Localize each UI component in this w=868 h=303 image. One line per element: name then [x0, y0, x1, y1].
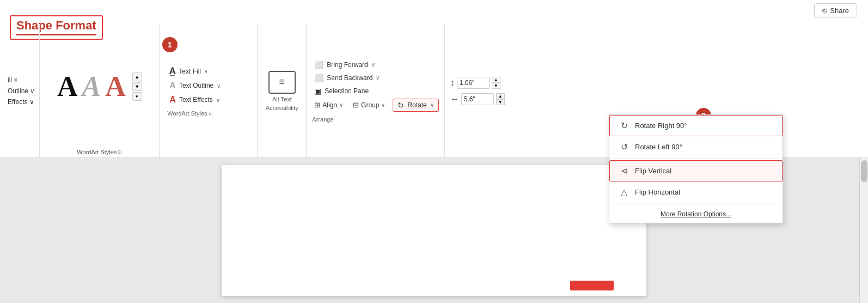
- rotate-button[interactable]: ↻ Rotate ∨: [393, 99, 438, 112]
- rotate-left-label: Rotate Left 90°: [635, 143, 682, 151]
- text-styles-label-area: WordArt Styles ⊡: [167, 110, 249, 117]
- flip-vertical-label: Flip Vertical: [635, 167, 671, 175]
- text-styles-expand-icon[interactable]: ⊡: [209, 111, 213, 116]
- width-input[interactable]: [461, 93, 494, 105]
- scrollbar[interactable]: [859, 158, 868, 303]
- canvas-white: [222, 165, 646, 296]
- text-outline-arrow: ∨: [217, 83, 221, 89]
- rotate-right-label: Rotate Right 90°: [635, 122, 687, 130]
- selection-pane-icon: ▣: [314, 87, 321, 95]
- flip-vertical-icon: ⊲: [619, 166, 629, 176]
- flip-vertical-item[interactable]: ⊲ Flip Vertical: [609, 160, 783, 181]
- send-backward-arrow: ∨: [376, 75, 380, 81]
- flip-horizontal-item[interactable]: △ Flip Horizontal: [609, 181, 783, 203]
- text-effects-arrow: ∨: [216, 97, 220, 103]
- align-label: Align: [322, 101, 337, 109]
- wordart-letter-black[interactable]: A: [57, 70, 78, 102]
- wordart-expand-icon[interactable]: ⊡: [118, 149, 122, 155]
- effects-item[interactable]: Effects ∨: [8, 98, 35, 106]
- section-arrange: ⬜ Bring Forward ∨ ⬜ Send Backward ∨ ▣ Se…: [307, 24, 444, 157]
- accessibility-section-label: Accessibility: [266, 105, 298, 111]
- text-outline-row[interactable]: A Text Outline ∨: [167, 80, 249, 92]
- height-icon: ↕: [450, 78, 455, 88]
- height-up-arrow[interactable]: ▲: [492, 77, 500, 83]
- section-wordart: A A A ▲ ▼ ▾ WordArt Styles ⊡: [40, 24, 160, 157]
- bring-forward-row[interactable]: ⬜ Bring Forward ∨: [312, 59, 438, 70]
- text-outline-icon: A: [169, 81, 176, 90]
- scrollbar-thumb[interactable]: [861, 160, 867, 182]
- group-icon: ⊟: [353, 101, 359, 109]
- width-icon: ↔: [450, 94, 459, 104]
- height-spinner[interactable]: ▲ ▼: [492, 77, 500, 89]
- share-button[interactable]: ⎋ Share: [814, 3, 857, 17]
- wordart-letter-orange[interactable]: A: [105, 70, 126, 102]
- text-effects-icon: A: [169, 95, 176, 105]
- flip-horizontal-label: Flip Horizontal: [635, 188, 680, 196]
- outline-label: Outline ∨: [8, 87, 35, 95]
- outline-item[interactable]: Outline ∨: [8, 87, 35, 95]
- ill-item[interactable]: ill ×: [8, 76, 35, 84]
- alt-text-label: Alt Text: [272, 96, 292, 102]
- dropdown-divider-1: [609, 159, 783, 159]
- wordart-letter-gray[interactable]: A: [82, 70, 101, 102]
- section-left: ill × Outline ∨ Effects ∨: [0, 24, 40, 157]
- text-fill-arrow: ∨: [204, 68, 208, 74]
- rotate-left-icon: ↺: [619, 142, 629, 152]
- rotate-right-icon: ↻: [619, 120, 629, 131]
- wordart-letters: A A A ▲ ▼ ▾: [57, 26, 142, 147]
- ill-label: ill ×: [8, 76, 17, 84]
- section-size: ↕ ▲ ▼ ↔ ▲ ▼: [445, 24, 510, 157]
- flip-horizontal-icon: △: [619, 187, 629, 197]
- text-outline-label: Text Outline: [179, 82, 213, 89]
- align-group-rotate-row: ⊞ Align ∨ ⊟ Group ∨ ↻ Rotate ∨: [312, 99, 438, 112]
- width-up-arrow[interactable]: ▲: [496, 93, 505, 99]
- rotate-right-item[interactable]: ↻ Rotate Right 90°: [609, 115, 783, 136]
- arrange-section-label: Arrange: [312, 116, 438, 123]
- align-icon: ⊞: [314, 101, 320, 109]
- height-input[interactable]: [457, 77, 490, 89]
- wordart-scroll[interactable]: ▲ ▼ ▾: [132, 72, 142, 101]
- text-fill-label: Text Fill: [179, 68, 201, 75]
- rotate-label: Rotate: [407, 101, 426, 109]
- scroll-up-arrow[interactable]: ▲: [132, 72, 142, 81]
- rotate-left-item[interactable]: ↺ Rotate Left 90°: [609, 136, 783, 157]
- alt-text-icon[interactable]: [268, 71, 296, 94]
- rotate-icon: ↻: [398, 101, 404, 110]
- effects-label: Effects ∨: [8, 98, 34, 106]
- text-fill-row[interactable]: A̲ Text Fill ∨: [167, 65, 249, 77]
- section-accessibility: Alt Text Accessibility: [258, 24, 307, 157]
- bring-forward-arrow: ∨: [371, 62, 375, 68]
- top-bar: ⎋ Share: [0, 0, 868, 21]
- bring-forward-icon: ⬜: [314, 60, 323, 69]
- more-rotation-link[interactable]: More Rotation Options...: [609, 205, 783, 223]
- send-backward-row[interactable]: ⬜ Send Backward ∨: [312, 72, 438, 83]
- wordart-label: WordArt Styles ⊡: [77, 149, 122, 155]
- selection-pane-row[interactable]: ▣ Selection Pane: [312, 86, 438, 96]
- height-down-arrow[interactable]: ▼: [492, 83, 500, 89]
- group-label: Group: [361, 101, 379, 109]
- scroll-down-arrow[interactable]: ▼: [132, 82, 142, 91]
- share-icon: ⎋: [822, 6, 827, 15]
- dropdown-divider-2: [609, 204, 783, 204]
- badge-1: 1: [162, 37, 178, 52]
- group-row[interactable]: ⊟ Group ∨: [351, 100, 387, 110]
- width-down-arrow[interactable]: ▼: [496, 99, 505, 105]
- width-row: ↔ ▲ ▼: [450, 93, 505, 105]
- send-backward-icon: ⬜: [314, 74, 323, 82]
- width-spinner[interactable]: ▲ ▼: [496, 93, 505, 105]
- selection-pane-label: Selection Pane: [325, 87, 369, 95]
- text-effects-label: Text Effects: [179, 96, 213, 104]
- text-fill-icon: A̲: [169, 66, 175, 76]
- send-backward-label: Send Backward: [327, 74, 372, 82]
- height-row: ↕ ▲ ▼: [450, 77, 505, 89]
- canvas-red-bar: [570, 281, 614, 290]
- bring-forward-label: Bring Forward: [327, 61, 368, 69]
- rotate-dropdown-menu: ↻ Rotate Right 90° ↺ Rotate Left 90° ⊲ F…: [609, 114, 783, 223]
- align-row[interactable]: ⊞ Align ∨: [312, 100, 345, 110]
- share-label: Share: [830, 7, 849, 15]
- text-effects-row[interactable]: A Text Effects ∨: [167, 94, 249, 106]
- scroll-expand-arrow[interactable]: ▾: [132, 92, 142, 101]
